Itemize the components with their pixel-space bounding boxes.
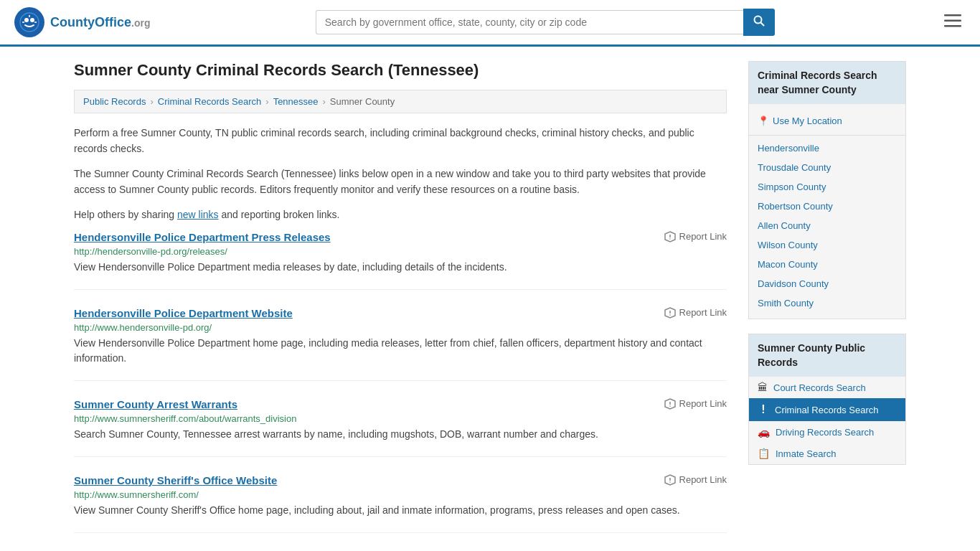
breadcrumb-public-records[interactable]: Public Records (83, 96, 146, 107)
nearby-links: HendersonvilleTrousdale CountySimpson Co… (749, 138, 905, 313)
svg-point-13 (669, 238, 671, 240)
public-records-content: 🏛Court Records Search!Criminal Records S… (749, 377, 905, 464)
sidebar: Criminal Records Search near Sumner Coun… (748, 61, 906, 550)
svg-rect-10 (944, 25, 961, 27)
nearby-link-3[interactable]: Robertson County (749, 197, 905, 216)
resource-title-2[interactable]: Sumner County Arrest Warrants (74, 398, 237, 410)
nearby-link-1[interactable]: Trousdale County (749, 158, 905, 177)
public-records-link-3[interactable]: Inmate Search (776, 448, 837, 459)
nearby-box: Criminal Records Search near Sumner Coun… (748, 61, 906, 319)
breadcrumb: Public Records › Criminal Records Search… (74, 90, 727, 113)
nearby-link-5[interactable]: Wilson County (749, 235, 905, 255)
new-links-link[interactable]: new links (177, 209, 219, 220)
svg-point-22 (669, 481, 671, 483)
public-records-item-3[interactable]: 📋Inmate Search (749, 443, 905, 464)
svg-point-16 (669, 314, 671, 316)
resource-url-1: http://www.hendersonville-pd.org/ (74, 322, 727, 333)
logo-icon (14, 7, 44, 37)
svg-rect-8 (944, 14, 961, 17)
nearby-content: 📍 Use My Location HendersonvilleTrousdal… (749, 104, 905, 319)
hamburger-menu-icon[interactable] (940, 9, 966, 36)
resource-header-3: Sumner County Sheriff's Office Website R… (74, 474, 727, 486)
main-content: Sumner County Criminal Records Search (T… (74, 61, 727, 550)
svg-point-1 (24, 18, 29, 22)
search-button[interactable] (743, 9, 775, 36)
report-link-2[interactable]: Report Link (664, 398, 727, 410)
resource-url-0: http://hendersonville-pd.org/releases/ (74, 246, 727, 257)
hamburger-icon-svg (944, 14, 961, 27)
report-icon-0 (664, 231, 676, 242)
resource-desc-0: View Hendersonville Police Department me… (74, 260, 727, 275)
search-input[interactable] (316, 10, 743, 34)
nearby-link-2[interactable]: Simpson County (749, 177, 905, 197)
resource-item: Hendersonville Police Department Website… (74, 307, 727, 381)
public-records-link-0[interactable]: Court Records Search (773, 382, 866, 393)
car-icon: 🚗 (758, 426, 770, 438)
resource-title-0[interactable]: Hendersonville Police Department Press R… (74, 231, 331, 243)
resource-header-0: Hendersonville Police Department Press R… (74, 231, 727, 243)
breadcrumb-criminal-records[interactable]: Criminal Records Search (158, 96, 262, 107)
resource-desc-3: View Sumner County Sheriff's Office home… (74, 503, 727, 518)
public-records-item-0[interactable]: 🏛Court Records Search (749, 377, 905, 398)
public-records-header: Sumner County Public Records (749, 334, 905, 377)
svg-line-7 (760, 23, 763, 26)
logo-text: CountyOffice.org (50, 15, 150, 30)
breadcrumb-tennessee[interactable]: Tennessee (273, 96, 319, 107)
description-3: Help others by sharing new links and rep… (74, 207, 727, 222)
report-icon-3 (664, 474, 676, 486)
resource-header-2: Sumner County Arrest Warrants Report Lin… (74, 398, 727, 410)
site-header: CountyOffice.org (0, 0, 980, 47)
nearby-link-4[interactable]: Allen County (749, 216, 905, 235)
public-records-item-2[interactable]: 🚗Driving Records Search (749, 421, 905, 443)
page-container: Sumner County Criminal Records Search (T… (60, 47, 920, 551)
resource-item: Sumner County Sheriff's Office Website R… (74, 474, 727, 533)
use-location-item[interactable]: 📍 Use My Location (749, 110, 905, 132)
court-icon: 🏛 (758, 382, 768, 393)
resource-title-3[interactable]: Sumner County Sheriff's Office Website (74, 474, 277, 486)
public-records-label-1: Criminal Records Search (775, 405, 879, 415)
resource-desc-2: Search Sumner County, Tennessee arrest w… (74, 427, 727, 442)
resource-desc-1: View Hendersonville Police Department ho… (74, 336, 727, 366)
report-link-0[interactable]: Report Link (664, 231, 727, 242)
resource-url-3: http://www.sumnersheriff.com/ (74, 489, 727, 500)
svg-point-2 (30, 18, 34, 22)
criminal-icon: ! (758, 403, 769, 416)
use-location-link[interactable]: Use My Location (773, 116, 842, 126)
search-icon (753, 15, 765, 27)
resource-url-2: http://www.sumnersheriff.com/about/warra… (74, 413, 727, 424)
resources-list: Hendersonville Police Department Press R… (74, 231, 727, 533)
resource-title-1[interactable]: Hendersonville Police Department Website (74, 307, 293, 319)
resource-item: Hendersonville Police Department Press R… (74, 231, 727, 290)
resource-item: Sumner County Arrest Warrants Report Lin… (74, 398, 727, 457)
svg-rect-9 (944, 20, 961, 22)
divider (749, 135, 905, 136)
resource-header-1: Hendersonville Police Department Website… (74, 307, 727, 319)
report-link-1[interactable]: Report Link (664, 307, 727, 319)
logo-area: CountyOffice.org (14, 7, 150, 37)
description-1: Perform a free Sumner County, TN public … (74, 125, 727, 157)
report-icon-2 (664, 398, 676, 410)
svg-point-19 (669, 405, 671, 407)
page-title: Sumner County Criminal Records Search (T… (74, 61, 727, 80)
nearby-link-8[interactable]: Smith County (749, 293, 905, 313)
search-area (316, 9, 775, 36)
report-icon-1 (664, 307, 676, 319)
public-records-item-1[interactable]: !Criminal Records Search (749, 398, 905, 421)
inmate-icon: 📋 (758, 448, 770, 459)
pin-icon: 📍 (758, 116, 769, 126)
description-2: The Sumner County Criminal Records Searc… (74, 166, 727, 198)
nearby-link-6[interactable]: Macon County (749, 255, 905, 274)
report-link-3[interactable]: Report Link (664, 474, 727, 486)
public-records-link-2[interactable]: Driving Records Search (776, 427, 874, 438)
nearby-link-0[interactable]: Hendersonville (749, 138, 905, 158)
breadcrumb-current: Sumner County (330, 96, 395, 107)
nearby-link-7[interactable]: Davidson County (749, 274, 905, 293)
public-records-box: Sumner County Public Records 🏛Court Reco… (748, 334, 906, 465)
nearby-header: Criminal Records Search near Sumner Coun… (749, 62, 905, 104)
